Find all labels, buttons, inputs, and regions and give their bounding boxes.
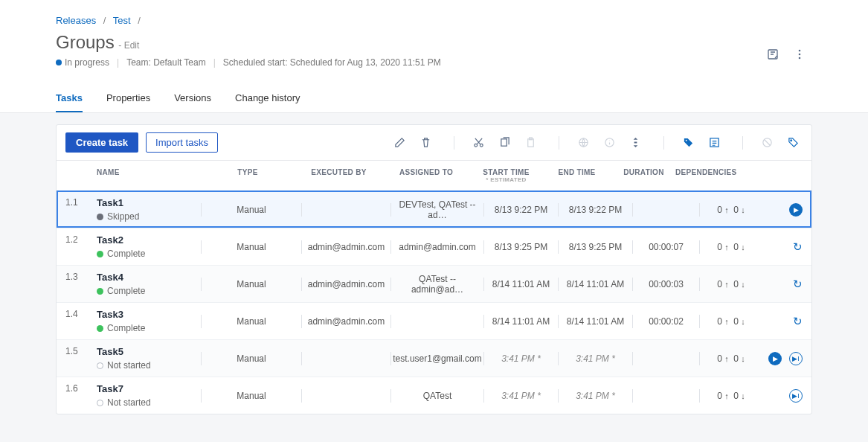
- task-type: Manual: [203, 205, 300, 215]
- tab-tasks[interactable]: Tasks: [56, 92, 83, 112]
- row-number: 1.2: [65, 234, 97, 245]
- team-label: Team: Default Team: [126, 57, 206, 68]
- dependencies: 0 ↑ 0 ↓: [701, 353, 761, 364]
- svg-point-4: [475, 144, 478, 147]
- dependencies: 0 ↑ 0 ↓: [701, 391, 761, 401]
- task-status: Complete: [97, 249, 199, 259]
- task-name: Task3: [97, 309, 199, 320]
- executed-by: admin@admin.com: [303, 242, 389, 252]
- delete-icon[interactable]: [420, 137, 435, 148]
- start-time: 8/14 11:01 AM: [486, 316, 556, 327]
- tab-properties[interactable]: Properties: [106, 92, 150, 112]
- assigned-to: QATest: [393, 391, 482, 401]
- start-time: 8/14 11:01 AM: [486, 279, 556, 289]
- skip-icon[interactable]: ▶I: [789, 389, 803, 403]
- paste-icon: [525, 137, 540, 148]
- table-row[interactable]: 1.2Task2CompleteManualadmin@admin.comadm…: [57, 228, 811, 265]
- task-name: Task1: [97, 197, 199, 208]
- task-type: Manual: [203, 279, 300, 289]
- dependencies: 0 ↑ 0 ↓: [701, 242, 761, 252]
- assigned-to: QATest -- admin@ad…: [393, 274, 482, 295]
- dependencies: 0 ↑ 0 ↓: [701, 316, 761, 327]
- assigned-to: admin@admin.com: [393, 242, 482, 252]
- col-start: START TIME* ESTIMATED: [471, 168, 541, 183]
- table-row[interactable]: 1.5Task5Not startedManualtest.user1@gmai…: [57, 339, 811, 377]
- col-dep: DEPENDENCIES: [675, 168, 735, 183]
- cut-icon[interactable]: [473, 137, 488, 148]
- table-row[interactable]: 1.4Task3CompleteManualadmin@admin.com8/1…: [57, 302, 811, 339]
- task-type: Manual: [203, 353, 300, 364]
- row-number: 1.3: [65, 272, 97, 282]
- executed-by: admin@admin.com: [303, 279, 389, 289]
- refresh-icon[interactable]: ↻: [793, 278, 803, 291]
- task-status: Complete: [97, 323, 199, 333]
- breadcrumb-test[interactable]: Test: [113, 15, 131, 26]
- task-type: Manual: [203, 391, 300, 401]
- end-time: 8/13 9:25 PM: [560, 242, 631, 252]
- tab-change-history[interactable]: Change history: [235, 92, 300, 112]
- edit-icon[interactable]: [394, 137, 409, 148]
- tag-outline-icon[interactable]: [788, 137, 803, 148]
- svg-point-11: [686, 140, 687, 141]
- end-time: 8/14 11:01 AM: [560, 316, 631, 327]
- schedule-label: Scheduled start: Scheduled for Aug 13, 2…: [223, 57, 441, 68]
- create-task-button[interactable]: Create task: [65, 132, 138, 153]
- col-assigned: ASSIGNED TO: [382, 168, 471, 183]
- more-icon[interactable]: [794, 48, 808, 60]
- refresh-icon[interactable]: ↻: [793, 315, 803, 328]
- skip-icon[interactable]: ▶I: [789, 352, 803, 365]
- breadcrumb: Releases / Test /: [56, 15, 812, 26]
- play-icon[interactable]: ▶: [768, 352, 782, 365]
- executed-by: admin@admin.com: [303, 316, 389, 327]
- dependencies: 0 ↑ 0 ↓: [701, 279, 761, 289]
- task-name: Task4: [97, 272, 199, 283]
- start-time: 3:41 PM *: [486, 353, 556, 364]
- col-name: NAME: [97, 168, 199, 183]
- table-row[interactable]: 1.6Task7Not startedManualQATest3:41 PM *…: [57, 377, 811, 414]
- task-name: Task5: [97, 346, 199, 357]
- col-exec: EXECUTED BY: [296, 168, 382, 183]
- assigned-to: test.user1@gmail.com: [393, 353, 482, 364]
- tab-versions[interactable]: Versions: [174, 92, 211, 112]
- list-icon[interactable]: [709, 137, 724, 148]
- duration: 00:00:07: [634, 242, 698, 252]
- row-number: 1.5: [65, 346, 97, 356]
- expand-icon[interactable]: [630, 137, 645, 148]
- task-status: Complete: [97, 286, 199, 296]
- row-number: 1.4: [65, 309, 97, 319]
- svg-rect-6: [501, 139, 507, 146]
- end-time: 8/13 9:22 PM: [560, 205, 631, 215]
- import-tasks-button[interactable]: Import tasks: [146, 132, 218, 153]
- task-status: Not started: [97, 360, 199, 371]
- assigned-to: DEVTest, QATest -- ad…: [393, 199, 482, 220]
- svg-point-14: [791, 140, 792, 141]
- col-type: TYPE: [199, 168, 296, 183]
- end-time: 3:41 PM *: [560, 391, 631, 401]
- task-name: Task7: [97, 383, 199, 394]
- svg-point-2: [799, 54, 801, 56]
- dependencies: 0 ↑ 0 ↓: [701, 205, 761, 215]
- status-label: In progress: [56, 57, 109, 68]
- edit-link[interactable]: - Edit: [118, 40, 139, 51]
- breadcrumb-releases[interactable]: Releases: [56, 15, 96, 26]
- svg-point-3: [799, 57, 801, 60]
- row-number: 1.6: [65, 383, 97, 394]
- start-time: 8/13 9:22 PM: [486, 205, 556, 215]
- table-row[interactable]: 1.3Task4CompleteManualadmin@admin.comQAT…: [57, 265, 811, 302]
- copy-icon[interactable]: [499, 137, 514, 148]
- task-type: Manual: [203, 316, 300, 327]
- row-number: 1.1: [65, 197, 97, 208]
- svg-point-5: [480, 144, 483, 147]
- info-icon: [604, 137, 619, 148]
- play-icon[interactable]: ▶: [789, 203, 803, 217]
- tag-solid-icon[interactable]: [683, 137, 698, 148]
- refresh-icon[interactable]: ↻: [793, 240, 803, 254]
- task-status: Skipped: [97, 211, 199, 222]
- col-dur: DURATION: [612, 168, 675, 183]
- end-time: 8/14 11:01 AM: [560, 279, 631, 289]
- note-icon[interactable]: [767, 48, 782, 60]
- svg-point-1: [799, 50, 801, 52]
- duration: 00:00:02: [634, 316, 698, 327]
- table-row[interactable]: 1.1Task1SkippedManualDEVTest, QATest -- …: [57, 190, 811, 228]
- task-type: Manual: [203, 242, 300, 252]
